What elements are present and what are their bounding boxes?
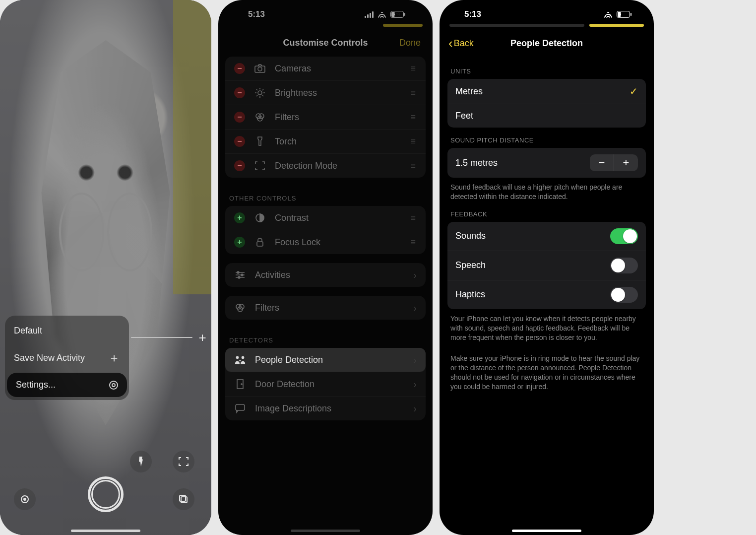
status-time: 5:13 [248,9,265,19]
row-sounds: Sounds [447,222,646,251]
row-feet[interactable]: Feet [447,104,646,128]
cellular-icon [365,11,374,18]
remove-icon[interactable]: − [234,112,245,123]
label: Activities [255,270,290,280]
pitch-value: 1.5 metres [455,158,498,168]
reorder-grip-icon[interactable]: ≡ [410,136,417,147]
stepper-minus-button[interactable]: − [590,154,614,171]
reorder-grip-icon[interactable]: ≡ [410,161,417,171]
contrast-icon [254,212,266,224]
chevron-right-icon: › [413,269,417,281]
popover-item-default[interactable]: Default [5,319,129,343]
chevron-right-icon: › [413,403,417,414]
home-indicator[interactable] [512,530,581,532]
add-icon[interactable]: + [234,237,245,248]
svg-point-19 [242,356,245,359]
remove-icon[interactable]: − [234,136,245,147]
brightness-icon [254,87,266,99]
svg-point-12 [237,271,239,273]
screen-people-detection: 5:13 29 ‹ Back People Detection UNITS Me… [440,0,654,535]
speech-toggle[interactable] [610,258,638,273]
section-units: UNITS [447,59,646,79]
label: Feet [455,111,473,121]
section-feedback: FEEDBACK [447,201,646,222]
shutter-button[interactable] [88,476,124,512]
reorder-grip-icon[interactable]: ≡ [410,64,417,74]
battery-icon: 29 [617,11,630,18]
back-button[interactable]: ‹ Back [448,38,474,49]
popover-item-settings[interactable]: Settings... [7,373,127,397]
row-cameras[interactable]: − Cameras ≡ [225,57,426,81]
svg-point-5 [258,67,262,71]
remove-icon[interactable]: − [234,160,245,171]
done-button[interactable]: Done [399,38,421,48]
pitch-stepper: − + [590,154,638,171]
activities-popover: Default Save New Activity ＋ Settings... [5,316,129,400]
content-scroll[interactable]: UNITS Metres ✓ Feet SOUND PITCH DISTANCE… [447,59,646,535]
row-image-descriptions[interactable]: Image Descriptions › [225,397,426,420]
remove-icon[interactable]: − [234,63,245,74]
freeze-multi-button[interactable] [173,488,194,510]
detection-icon [254,160,266,172]
row-people-detection[interactable]: People Detection › [225,348,426,372]
row-contrast[interactable]: + Contrast ≡ [225,206,426,230]
row-filters[interactable]: − Filters ≡ [225,105,426,130]
svg-rect-11 [257,242,263,246]
row-detection-mode[interactable]: − Detection Mode ≡ [225,154,426,178]
nav-title: People Detection [510,38,583,49]
popover-item-save-activity[interactable]: Save New Activity ＋ [5,343,129,373]
home-indicator[interactable] [71,530,140,532]
chevron-right-icon: › [413,379,417,390]
reorder-grip-icon[interactable]: ≡ [410,213,417,223]
label: Detection Mode [275,161,337,171]
zoom-slider[interactable] [131,337,192,338]
torch-button[interactable] [130,451,152,472]
add-icon[interactable]: + [234,212,245,223]
label: People Detection [255,355,323,365]
label: Filters [275,112,299,123]
activities-row-group: Activities › [225,263,426,287]
wifi-icon [378,11,386,18]
label: Contrast [275,213,309,223]
reorder-grip-icon[interactable]: ≡ [410,237,417,248]
reorder-grip-icon[interactable]: ≡ [410,112,417,123]
plus-icon: ＋ [108,350,120,366]
label: Image Descriptions [255,403,331,414]
units-group: Metres ✓ Feet [447,79,646,128]
svg-point-21 [241,384,242,385]
remove-icon[interactable]: − [234,87,245,98]
pitch-group: 1.5 metres − + [447,148,646,178]
row-door-detection[interactable]: Door Detection › [225,372,426,397]
row-metres[interactable]: Metres ✓ [447,79,646,104]
reorder-grip-icon[interactable]: ≡ [410,88,417,98]
filters-icon [234,302,246,314]
haptics-toggle[interactable] [610,287,638,303]
row-filters-nav[interactable]: Filters › [225,296,426,320]
detectors-group: People Detection › Door Detection › Imag… [225,348,426,420]
row-focus-lock[interactable]: + Focus Lock ≡ [225,230,426,254]
feedback-footer-1: Your iPhone can let you know when it det… [447,309,646,342]
speech-bubble-icon [234,402,246,414]
content-scroll[interactable]: − Cameras ≡ − Brightness ≡ − Filters ≡ −… [225,57,426,535]
door-icon [234,378,246,390]
sounds-toggle[interactable] [610,228,638,244]
svg-rect-3 [180,495,186,501]
home-indicator[interactable] [291,530,360,532]
label: Door Detection [255,379,315,390]
row-torch[interactable]: − Torch ≡ [225,130,426,154]
label: Cameras [275,64,311,74]
label: Settings... [16,380,56,390]
label: Focus Lock [275,237,320,248]
nav-title: Customise Controls [283,38,368,48]
filters-icon [254,111,266,123]
status-time: 5:13 [464,9,481,19]
activities-gear-button[interactable] [14,488,36,510]
detection-mode-button[interactable] [173,451,194,472]
row-activities[interactable]: Activities › [225,263,426,287]
screen-magnifier: Default Save New Activity ＋ Settings... [0,0,211,535]
row-brightness[interactable]: − Brightness ≡ [225,81,426,105]
row-speech: Speech [447,251,646,280]
svg-point-14 [238,276,240,278]
stepper-plus-button[interactable]: + [614,154,638,171]
svg-point-6 [258,91,262,95]
